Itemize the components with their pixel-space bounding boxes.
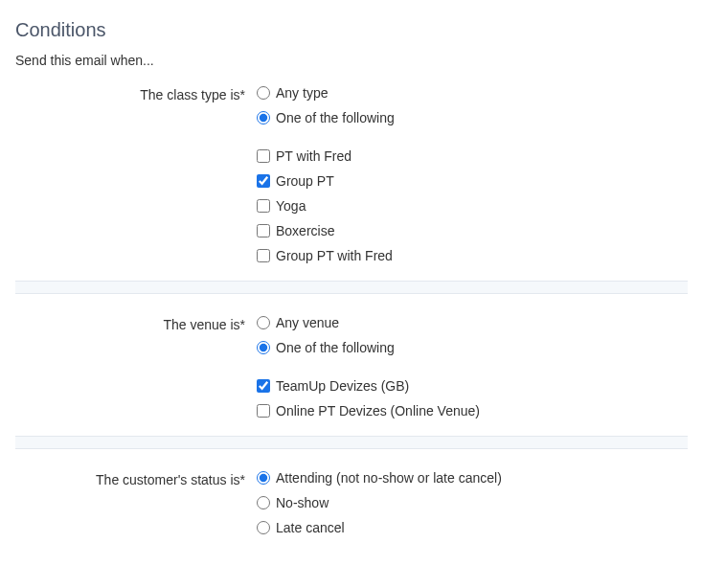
radio-class-any-label: Any type — [276, 85, 328, 101]
checkbox-class-yoga-label: Yoga — [276, 198, 306, 214]
radio-venue-one-of-label: One of the following — [276, 340, 395, 355]
checkbox-venue-teamup-devizes-input[interactable] — [257, 379, 270, 393]
row-status: The customer's status is* Attending (not… — [15, 470, 688, 535]
checkbox-venue-teamup-devizes-label: TeamUp Devizes (GB) — [276, 378, 409, 394]
radio-status-late-cancel-label: Late cancel — [276, 520, 345, 535]
radio-status-attending[interactable]: Attending (not no-show or late cancel) — [257, 470, 688, 486]
checkbox-class-boxercise-label: Boxercise — [276, 223, 334, 238]
checkbox-class-pt-with-fred[interactable]: PT with Fred — [257, 148, 688, 164]
section-divider — [15, 281, 688, 294]
radio-status-no-show-label: No-show — [276, 495, 329, 510]
checkbox-class-group-pt[interactable]: Group PT — [257, 173, 688, 189]
checkbox-class-pt-with-fred-label: PT with Fred — [276, 148, 352, 164]
radio-status-attending-input[interactable] — [257, 471, 270, 485]
checkbox-class-boxercise-input[interactable] — [257, 224, 270, 237]
checkbox-venue-online-pt-devizes-label: Online PT Devizes (Online Venue) — [276, 403, 480, 418]
radio-status-late-cancel-input[interactable] — [257, 521, 270, 534]
radio-status-no-show[interactable]: No-show — [257, 495, 688, 510]
radio-class-one-of[interactable]: One of the following — [257, 110, 688, 125]
row-venue: The venue is* Any venue One of the follo… — [15, 315, 688, 418]
label-status: The customer's status is* — [15, 470, 257, 487]
checkbox-class-group-pt-with-fred-label: Group PT with Fred — [276, 248, 393, 263]
intro-text: Send this email when... — [15, 53, 688, 68]
radio-class-any-input[interactable] — [257, 86, 270, 100]
row-class-type: The class type is* Any type One of the f… — [15, 85, 688, 263]
radio-class-any[interactable]: Any type — [257, 85, 688, 101]
checkbox-class-yoga-input[interactable] — [257, 199, 270, 213]
checkbox-class-group-pt-with-fred-input[interactable] — [257, 249, 270, 262]
radio-venue-any-input[interactable] — [257, 316, 270, 329]
radio-status-attending-label: Attending (not no-show or late cancel) — [276, 470, 502, 486]
radio-status-no-show-input[interactable] — [257, 496, 270, 509]
checkbox-class-boxercise[interactable]: Boxercise — [257, 223, 688, 238]
checkbox-class-pt-with-fred-input[interactable] — [257, 149, 270, 163]
checkbox-class-group-pt-with-fred[interactable]: Group PT with Fred — [257, 248, 688, 263]
label-class-type: The class type is* — [15, 85, 257, 102]
checkbox-class-yoga[interactable]: Yoga — [257, 198, 688, 214]
label-venue: The venue is* — [15, 315, 257, 332]
radio-venue-one-of[interactable]: One of the following — [257, 340, 688, 355]
radio-venue-any-label: Any venue — [276, 315, 339, 330]
checkbox-venue-online-pt-devizes[interactable]: Online PT Devizes (Online Venue) — [257, 403, 688, 418]
section-divider — [15, 436, 688, 449]
checkbox-venue-teamup-devizes[interactable]: TeamUp Devizes (GB) — [257, 378, 688, 394]
radio-venue-one-of-input[interactable] — [257, 341, 270, 354]
radio-class-one-of-input[interactable] — [257, 111, 270, 124]
radio-class-one-of-label: One of the following — [276, 110, 395, 125]
radio-venue-any[interactable]: Any venue — [257, 315, 688, 330]
checkbox-class-group-pt-label: Group PT — [276, 173, 334, 189]
checkbox-class-group-pt-input[interactable] — [257, 174, 270, 188]
radio-status-late-cancel[interactable]: Late cancel — [257, 520, 688, 535]
checkbox-venue-online-pt-devizes-input[interactable] — [257, 404, 270, 418]
section-title: Conditions — [15, 19, 688, 41]
